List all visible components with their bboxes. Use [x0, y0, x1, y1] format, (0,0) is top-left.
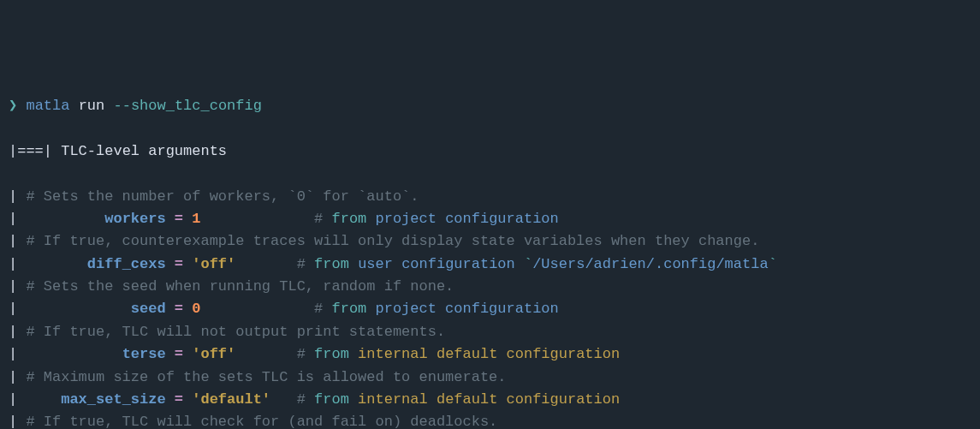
config-value: 'off': [192, 346, 235, 362]
source-name: project configuration: [376, 211, 559, 227]
row-border: |: [9, 278, 17, 295]
config-key: max_set_size: [61, 391, 165, 408]
source-comment: #: [297, 346, 314, 362]
source-path: /Users/adrien/.config/matla: [532, 256, 768, 272]
comment-text: # Sets the number of workers, `0` for `a…: [26, 188, 419, 205]
source-comment: #: [297, 256, 314, 272]
row-border: |: [9, 256, 17, 272]
config-entry: | seed = 0 # from project configuration: [9, 298, 971, 320]
source-name: project configuration: [376, 301, 559, 317]
from-label: from: [314, 256, 349, 272]
config-desc: | # If true, counterexample traces will …: [9, 230, 971, 253]
prompt-arrow-icon: ❯: [9, 98, 17, 114]
config-entry: | diff_cexs = 'off' # from user configur…: [9, 253, 971, 276]
config-entry: | workers = 1 # from project configurati…: [9, 208, 971, 230]
row-border: |: [9, 324, 17, 340]
command-name: matla: [26, 98, 69, 114]
command-subcommand: run: [79, 98, 105, 114]
section-header: |===| TLC-level arguments: [9, 140, 971, 163]
config-desc: | # Maximum size of the sets TLC is allo…: [9, 366, 971, 389]
source-comment: #: [314, 211, 331, 227]
from-label: from: [332, 211, 367, 227]
path-tick-icon: `: [769, 256, 777, 272]
row-border: |: [9, 369, 17, 385]
equals-sign: =: [175, 211, 183, 227]
comment-text: # If true, counterexample traces will on…: [26, 233, 759, 249]
equals-sign: =: [175, 301, 183, 317]
path-tick-icon: `: [524, 256, 532, 272]
from-label: from: [331, 301, 366, 317]
command-line: ❯ matla run --show_tlc_config: [9, 95, 971, 117]
config-desc: | # If true, TLC will not output print s…: [9, 321, 971, 343]
row-border: |: [9, 391, 17, 408]
config-desc: | # Sets the seed when running TLC, rand…: [9, 276, 971, 298]
equals-sign: =: [175, 391, 183, 408]
from-label: from: [314, 391, 349, 408]
source-comment: #: [314, 301, 331, 317]
config-entry: | max_set_size = 'default' # from intern…: [9, 389, 971, 411]
config-value: 0: [192, 301, 200, 317]
config-key: terse: [122, 346, 166, 362]
config-desc: | # If true, TLC will check for (and fai…: [9, 411, 971, 429]
comment-text: # If true, TLC will check for (and fail …: [26, 414, 497, 429]
comment-text: # Maximum size of the sets TLC is allowe…: [26, 369, 506, 385]
config-value: 'off': [192, 256, 235, 272]
equals-sign: =: [175, 346, 183, 362]
config-entry: | terse = 'off' # from internal default …: [9, 343, 971, 366]
config-value: 1: [192, 211, 200, 227]
command-flag: --show_tlc_config: [113, 98, 261, 114]
header-border: |===|: [9, 143, 52, 159]
source-name: user configuration: [358, 256, 515, 272]
source-comment: #: [297, 391, 314, 408]
config-value: 'default': [192, 391, 270, 408]
header-title: TLC-level arguments: [61, 143, 227, 159]
config-key: workers: [104, 211, 165, 227]
row-border: |: [9, 414, 17, 429]
row-border: |: [9, 346, 17, 362]
row-border: |: [9, 233, 17, 249]
row-border: |: [9, 301, 17, 317]
row-border: |: [9, 211, 17, 227]
comment-text: # Sets the seed when running TLC, random…: [26, 278, 454, 295]
config-key: seed: [131, 301, 166, 317]
source-name: internal default configuration: [358, 346, 620, 362]
from-label: from: [314, 346, 349, 362]
comment-text: # If true, TLC will not output print sta…: [26, 324, 445, 340]
equals-sign: =: [175, 256, 183, 272]
row-border: |: [9, 188, 17, 205]
source-name: internal default configuration: [358, 391, 620, 408]
config-key: diff_cexs: [87, 256, 166, 272]
config-desc: | # Sets the number of workers, `0` for …: [9, 186, 971, 208]
